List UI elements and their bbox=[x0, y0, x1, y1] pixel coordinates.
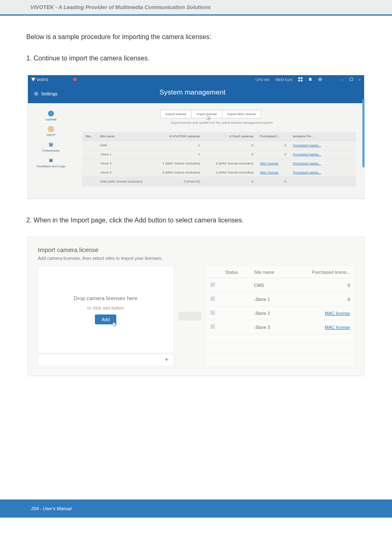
mac-license-link[interactable]: MAC license bbox=[260, 162, 279, 165]
doc-footer: 204 - User's Manual bbox=[0, 500, 392, 518]
mac-license-link[interactable]: MAC license bbox=[325, 325, 350, 330]
cpu-label: CPU bbox=[256, 78, 263, 82]
svg-point-0 bbox=[73, 78, 76, 81]
app-titlebar: VAST2 CPU 6% MEM 51% – × bbox=[28, 75, 364, 84]
svg-point-10 bbox=[51, 145, 52, 146]
screenshot-import-dialog: Import camera license Add camera license… bbox=[28, 237, 364, 376]
add-button[interactable]: Add bbox=[95, 314, 116, 324]
table-row: -Store 10 bbox=[206, 292, 354, 306]
table-total-row: Total (MAC license excluded)3 (Free:32)0… bbox=[82, 177, 356, 186]
purchased-link[interactable]: Purchased packa... bbox=[293, 143, 321, 147]
footer-text: 204 - User's Manual bbox=[31, 506, 71, 511]
mac-license-link[interactable]: MAC license bbox=[325, 311, 350, 316]
sites-table: Status Site name Purchased licens... CMS… bbox=[206, 266, 354, 364]
col-vivotek: # VIVOTEK cameras bbox=[150, 132, 203, 141]
svg-rect-4 bbox=[301, 80, 302, 81]
table-row: -Store 30 (MAC license excluded)0 (MAC l… bbox=[82, 168, 356, 177]
col-status: Status bbox=[221, 266, 250, 278]
table-row: -Store 2MAC license bbox=[206, 306, 354, 320]
sidebar-item-smtp[interactable]: SMTP bbox=[28, 124, 74, 139]
svg-rect-12 bbox=[49, 159, 53, 162]
cursor-icon bbox=[207, 116, 211, 121]
import-mac-license-button[interactable]: Import MAC license bbox=[222, 110, 261, 118]
screenshot-system-management: VAST2 CPU 6% MEM 51% – × bbox=[28, 75, 364, 199]
table-row: -Store 21 (MAC license excluded)0 (MAC l… bbox=[82, 159, 356, 168]
intro-text: Below is a sample procedure for importin… bbox=[26, 32, 366, 42]
col-sitename: Site name bbox=[97, 132, 150, 141]
grid-icon[interactable] bbox=[298, 77, 302, 82]
mac-license-link[interactable]: MAC license bbox=[260, 171, 279, 174]
checkbox[interactable] bbox=[210, 296, 215, 301]
svg-rect-3 bbox=[298, 80, 300, 81]
col-advance: Advance Pa... bbox=[290, 132, 356, 141]
table-row: CMS0 bbox=[206, 278, 354, 292]
settings-label: Settings bbox=[41, 91, 58, 96]
info-icon: i bbox=[48, 111, 54, 116]
sidebar-label-feedback: Feedback and bugs bbox=[37, 164, 65, 168]
svg-rect-2 bbox=[301, 77, 302, 79]
col-status: Sta... bbox=[82, 132, 97, 141]
sidebar-item-license[interactable]: i License bbox=[28, 108, 74, 124]
maximize-icon[interactable] bbox=[350, 78, 353, 82]
purchased-link[interactable]: Purchased packa... bbox=[293, 162, 321, 165]
col-purchased: Purchased l... bbox=[257, 132, 290, 141]
close-icon[interactable]: × bbox=[359, 78, 361, 82]
doc-header: VIVOTEK - A Leading Provider of Multimed… bbox=[0, 0, 392, 14]
export-license-button[interactable]: Export license bbox=[160, 110, 191, 118]
sidebar-item-feedback[interactable]: Feedback and bugs bbox=[28, 155, 74, 171]
page-title: System management bbox=[159, 88, 226, 97]
bug-icon bbox=[48, 157, 54, 163]
purchased-link[interactable]: Purchased packa... bbox=[293, 171, 321, 174]
minimize-icon[interactable]: – bbox=[342, 78, 344, 82]
drop-zone[interactable]: Drop camera licenses here or click add b… bbox=[38, 266, 173, 353]
sidebar-item-preferences[interactable]: Preferences bbox=[28, 139, 74, 155]
sidebar-label-license: License bbox=[45, 118, 57, 121]
rec-icon bbox=[73, 77, 77, 82]
dialog-subtitle: Add camera licenses, then select sites t… bbox=[38, 256, 354, 261]
bell-icon[interactable] bbox=[308, 77, 312, 82]
svg-point-7 bbox=[35, 93, 37, 95]
step1-text: 1. Continue to import the camera license… bbox=[26, 53, 366, 63]
gear-icon[interactable] bbox=[318, 77, 322, 82]
svg-point-9 bbox=[49, 143, 51, 145]
purchased-link[interactable]: Purchased packa... bbox=[293, 153, 321, 156]
checkbox[interactable] bbox=[210, 310, 215, 315]
svg-point-5 bbox=[319, 79, 321, 80]
checkbox[interactable] bbox=[210, 324, 215, 329]
product-name: VAST2 bbox=[37, 78, 48, 82]
settings-sidebar: i License SMTP bbox=[28, 103, 74, 198]
add-button-label: Add bbox=[101, 317, 110, 322]
col-sitename: Site name bbox=[250, 266, 290, 278]
license-hint: Export license and update it in the onli… bbox=[171, 121, 356, 125]
table-row: -Store 1100Purchased packa... bbox=[82, 150, 356, 159]
app-subheader: Settings System management bbox=[28, 84, 364, 103]
drop-line2: or click add button bbox=[87, 305, 124, 310]
svg-point-11 bbox=[52, 144, 53, 145]
license-table: Sta... Site name # VIVOTEK cameras # Onv… bbox=[82, 132, 356, 186]
globe-icon bbox=[48, 126, 54, 132]
side-tab-handle[interactable] bbox=[362, 99, 364, 167]
dialog-title: Import camera license bbox=[38, 246, 354, 253]
table-row: -Store 3MAC license bbox=[206, 320, 354, 334]
cpu-pct: 6% bbox=[264, 78, 270, 82]
col-onvif: # Onvif cameras bbox=[203, 132, 257, 141]
step2-text: 2. When in the Import page, click the Ad… bbox=[26, 215, 366, 225]
sliders-icon bbox=[48, 142, 54, 148]
settings-breadcrumb[interactable]: Settings bbox=[34, 91, 95, 96]
sidebar-label-preferences: Preferences bbox=[42, 149, 60, 153]
svg-rect-6 bbox=[350, 78, 353, 81]
checkbox[interactable] bbox=[210, 282, 215, 287]
add-more-button[interactable]: + bbox=[38, 354, 173, 366]
svg-rect-1 bbox=[298, 77, 300, 79]
product-logo: VAST2 bbox=[31, 78, 48, 82]
col-purchased: Purchased licens... bbox=[290, 266, 354, 278]
cursor-icon bbox=[113, 322, 117, 328]
plus-icon: + bbox=[165, 356, 168, 363]
drop-line1: Drop camera licenses here bbox=[74, 295, 137, 301]
brand-line: VIVOTEK - A Leading Provider of Multimed… bbox=[30, 4, 211, 10]
arrow-indicator bbox=[173, 266, 206, 366]
mem-pct: 51% bbox=[285, 78, 293, 82]
table-row: CMS100Purchased packa... bbox=[82, 141, 356, 150]
import-license-button[interactable]: Import license bbox=[191, 110, 222, 118]
sidebar-label-smtp: SMTP bbox=[46, 133, 55, 137]
